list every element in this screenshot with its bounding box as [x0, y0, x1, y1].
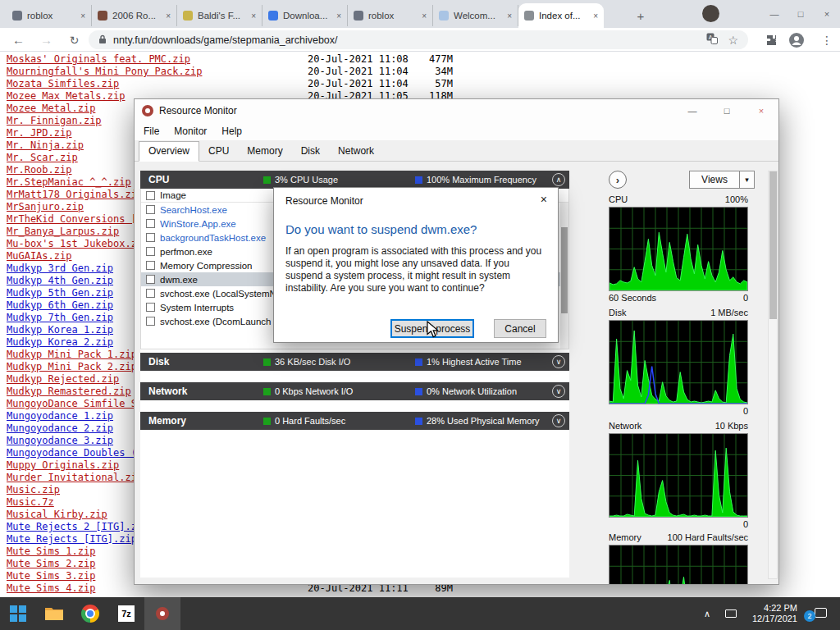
file-link[interactable]: Mute Rejects [ITG].zip	[7, 533, 137, 545]
file-link[interactable]: Mr. Finnigan.zip	[7, 115, 102, 126]
action-center-button[interactable]: 2	[810, 607, 827, 620]
resmon-scroll-thumb[interactable]	[769, 171, 777, 319]
cancel-button[interactable]: Cancel	[494, 319, 546, 338]
menu-file[interactable]: File	[136, 126, 167, 137]
tab-close-icon[interactable]: ×	[336, 11, 341, 21]
file-link[interactable]: Mudkyp Korea 2.zip	[7, 336, 113, 348]
taskbar-clock[interactable]: 4:22 PM 12/17/2021	[752, 603, 797, 624]
file-link[interactable]: Mudkyp 4th Gen.zip	[7, 275, 113, 286]
cpu-section-bar[interactable]: CPU 3% CPU Usage 100% Maximum Frequency …	[140, 171, 569, 189]
panel-collapse-button[interactable]: ›	[609, 171, 627, 189]
chrome-button[interactable]	[72, 597, 108, 630]
new-tab-button[interactable]: +	[632, 7, 650, 25]
process-checkbox[interactable]	[146, 289, 155, 298]
file-link[interactable]: MungoyoDance Simfile Se	[7, 398, 143, 409]
file-link[interactable]: Mudkyp Korea 1.zip	[7, 324, 113, 336]
resmon-minimize-button[interactable]: —	[675, 99, 710, 122]
process-checkbox[interactable]	[146, 191, 155, 200]
tray-expand-icon[interactable]: ∧	[696, 609, 718, 619]
process-checkbox[interactable]	[146, 219, 155, 228]
file-link[interactable]: Music.7z	[7, 496, 54, 508]
browser-tab[interactable]: Welcom...×	[433, 5, 518, 26]
views-dropdown-arrow-icon[interactable]: ▾	[739, 171, 754, 188]
browser-cast-avatar-icon[interactable]	[702, 5, 719, 22]
file-link[interactable]: MrSanjuro.zip	[7, 201, 84, 212]
process-checkbox[interactable]	[146, 317, 155, 326]
url-text[interactable]: nnty.fun/downloads/game/stepmania_archiv…	[113, 34, 338, 46]
tab-close-icon[interactable]: ×	[593, 11, 598, 21]
forward-icon[interactable]: →	[36, 30, 57, 50]
tray-device-icon[interactable]	[725, 609, 737, 618]
file-link[interactable]: MrMatt178 Originals.zip	[7, 189, 143, 200]
memory-section-bar[interactable]: Memory 0 Hard Faults/sec 28% Used Physic…	[140, 412, 569, 430]
process-list-scrollbar[interactable]	[560, 203, 568, 349]
bookmark-star-icon[interactable]: ☆	[728, 34, 738, 47]
process-list-scroll-thumb[interactable]	[561, 227, 568, 313]
back-icon[interactable]: ←	[8, 30, 29, 50]
file-link[interactable]: Mr.StepManiac ^_^.zip	[7, 176, 131, 188]
suspend-process-button[interactable]: Suspend process	[390, 319, 474, 338]
browser-tab[interactable]: Baldi's F...×	[177, 5, 262, 26]
tab-overview[interactable]: Overview	[139, 141, 199, 162]
tab-close-icon[interactable]: ×	[166, 11, 171, 21]
file-link[interactable]: Mudkyp 5th Gen.zip	[7, 287, 113, 299]
file-link[interactable]: Mungoyodance 2.zip	[7, 422, 113, 434]
tab-close-icon[interactable]: ×	[422, 11, 427, 21]
process-checkbox[interactable]	[146, 275, 155, 284]
cpu-collapse-chevron-icon[interactable]: ∧	[552, 173, 565, 186]
browser-tab[interactable]: Index of...×	[518, 3, 604, 28]
file-link[interactable]: Mudkyp 3rd Gen.zip	[7, 262, 113, 274]
browser-tab[interactable]: 2006 Ro...×	[92, 5, 177, 26]
menu-help[interactable]: Help	[214, 126, 249, 137]
file-link[interactable]: Music.zip	[7, 484, 60, 495]
file-link[interactable]: Mudkyp 7th Gen.zip	[7, 312, 113, 323]
process-checkbox[interactable]	[146, 233, 155, 242]
file-link[interactable]: Mr. Scar.zip	[7, 152, 78, 163]
resource-monitor-taskbar-button[interactable]	[144, 597, 180, 630]
file-link[interactable]: Mr. JPD.zip	[7, 127, 71, 139]
file-link[interactable]: Mozee Metal.zip	[7, 103, 95, 114]
browser-maximize-button[interactable]: □	[788, 0, 814, 28]
resmon-maximize-button[interactable]: □	[710, 99, 744, 122]
browser-menu-icon[interactable]: ⋮	[817, 30, 837, 50]
memory-expand-chevron-icon[interactable]: ∨	[552, 414, 565, 427]
file-link[interactable]: Mudkyp 6th Gen.zip	[7, 299, 113, 311]
network-expand-chevron-icon[interactable]: ∨	[552, 385, 565, 398]
browser-tab[interactable]: Downloa...×	[262, 5, 348, 26]
file-link[interactable]: Mute Sims 1.zip	[7, 546, 95, 557]
file-link[interactable]: Mungoyodance 3.zip	[7, 435, 113, 446]
file-link[interactable]: Mozee Max Metals.zip	[7, 90, 126, 102]
network-section-bar[interactable]: Network 0 Kbps Network I/O 0% Network Ut…	[140, 382, 569, 400]
file-link[interactable]: Mr.Roob.zip	[7, 164, 71, 176]
file-link[interactable]: Mungoyodance Doubles (W	[7, 447, 143, 459]
resmon-scrollbar[interactable]	[768, 171, 778, 579]
extensions-icon[interactable]	[761, 30, 781, 50]
file-link[interactable]: MuGAIAs.zip	[7, 250, 71, 262]
file-link[interactable]: Murder Invitational.zip	[7, 472, 143, 483]
file-link[interactable]: Mu-box's 1st Jukebox.zip	[7, 238, 148, 249]
dialog-close-icon[interactable]: ×	[541, 193, 547, 206]
file-link[interactable]: Mr_Banya_Larpus.zip	[7, 226, 119, 237]
file-link[interactable]: Mungoyodance 1.zip	[7, 410, 113, 422]
tab-memory[interactable]: Memory	[238, 142, 291, 161]
reload-icon[interactable]: ↻	[64, 30, 84, 50]
resmon-close-button[interactable]: ×	[744, 99, 778, 122]
process-checkbox[interactable]	[146, 205, 155, 214]
file-explorer-button[interactable]	[36, 597, 72, 630]
file-link[interactable]: Mourningfall's Mini Pony Pack.zip	[7, 66, 202, 77]
translate-icon[interactable]: A	[706, 33, 718, 48]
file-link[interactable]: Mute Sims 2.zip	[7, 558, 95, 569]
browser-minimize-button[interactable]: —	[761, 0, 788, 28]
file-link[interactable]: Mr. Ninja.zip	[7, 139, 84, 151]
file-link[interactable]: Mute Rejects 2 [ITG].zip	[7, 521, 148, 532]
file-link[interactable]: Mozata Simfiles.zip	[7, 78, 119, 89]
views-dropdown[interactable]: Views ▾	[689, 171, 755, 189]
file-link[interactable]: Moskas' Originals feat. PMC.zip	[7, 53, 190, 65]
file-link[interactable]: Mute Sims 3.zip	[7, 570, 95, 582]
tab-close-icon[interactable]: ×	[251, 11, 256, 21]
file-link[interactable]: Mute Sims 4.zip	[7, 582, 95, 594]
menu-monitor[interactable]: Monitor	[167, 126, 214, 137]
process-checkbox[interactable]	[146, 247, 155, 256]
browser-close-button[interactable]: ×	[814, 0, 840, 28]
tab-cpu[interactable]: CPU	[199, 142, 238, 161]
